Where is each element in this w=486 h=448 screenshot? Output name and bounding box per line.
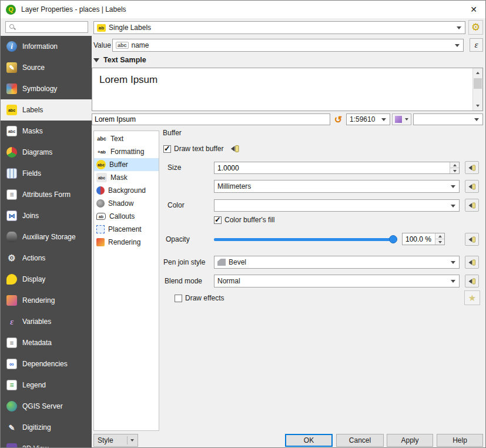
- opacity-slider[interactable]: [214, 235, 397, 243]
- spin-down-icon[interactable]: [435, 239, 444, 245]
- tab-label: Callouts: [109, 212, 135, 220]
- expression-builder-button[interactable]: ε: [470, 38, 483, 52]
- blend-mode-combo[interactable]: Normal: [214, 275, 460, 287]
- reset-sample-button[interactable]: [332, 113, 344, 125]
- labels-icon: [6, 105, 17, 115]
- apply-button[interactable]: Apply: [387, 434, 433, 447]
- tab-callouts[interactable]: Callouts: [94, 210, 159, 223]
- tab-buffer[interactable]: Buffer: [94, 158, 159, 171]
- sidebar-item-attributes-form[interactable]: Attributes Form: [1, 184, 92, 205]
- slider-handle[interactable]: [389, 235, 397, 243]
- opacity-input[interactable]: [403, 233, 434, 245]
- ok-button[interactable]: OK: [285, 434, 333, 447]
- sidebar-item-joins[interactable]: Joins: [1, 205, 92, 226]
- sidebar-item-auxiliary-storage[interactable]: Auxiliary Storage: [1, 226, 92, 248]
- qgis-server-icon: [6, 401, 17, 412]
- spin-up-icon[interactable]: [435, 233, 444, 239]
- value-field-combo[interactable]: abc name: [112, 39, 464, 52]
- buffer-units-combo[interactable]: Millimeters: [214, 180, 460, 193]
- chevron-down-icon: [451, 280, 455, 283]
- label-settings-tabs: Text Formatting Buffer Mask Background S…: [93, 131, 159, 431]
- draw-effects-checkbox[interactable]: [175, 295, 182, 302]
- data-defined-override-button[interactable]: [465, 256, 479, 269]
- data-defined-override-button[interactable]: [465, 161, 479, 174]
- pen-join-style-combo[interactable]: Bevel: [214, 256, 460, 269]
- spin-up-icon[interactable]: [450, 162, 459, 168]
- scroll-down-icon[interactable]: [473, 101, 482, 111]
- tab-placement[interactable]: Placement: [94, 223, 159, 236]
- sidebar-item-information[interactable]: Information: [1, 36, 92, 57]
- chevron-down-icon: [405, 118, 408, 121]
- information-icon: [6, 41, 17, 52]
- sidebar-item-labels[interactable]: Labels: [1, 99, 92, 121]
- close-button[interactable]: ✕: [467, 4, 481, 15]
- sidebar-item-rendering[interactable]: Rendering: [1, 290, 92, 311]
- scrollbar-thumb[interactable]: [474, 78, 482, 89]
- preview-scrollbar[interactable]: [472, 68, 482, 111]
- tab-mask[interactable]: Mask: [94, 171, 159, 184]
- data-defined-icon: [468, 277, 477, 286]
- preview-background-combo[interactable]: [413, 113, 483, 125]
- units-value: Millimeters: [217, 182, 251, 190]
- data-defined-override-button[interactable]: [227, 142, 243, 156]
- sidebar-item-label: QGIS Server: [22, 402, 63, 410]
- set-to-canvas-scale-button[interactable]: [392, 113, 411, 125]
- source-icon: [6, 62, 17, 73]
- sidebar-item-display[interactable]: Display: [1, 269, 92, 290]
- tab-shadow[interactable]: Shadow: [94, 197, 159, 210]
- shadow-tab-icon: [96, 199, 105, 208]
- tab-label: Rendering: [108, 238, 140, 246]
- tab-rendering[interactable]: Rendering: [94, 236, 159, 249]
- color-buffers-fill-checkbox[interactable]: [214, 216, 222, 224]
- sample-text-input[interactable]: [92, 114, 330, 125]
- sidebar-item-digitizing[interactable]: Digitizing: [1, 417, 92, 438]
- style-menu-button[interactable]: Style: [93, 434, 138, 447]
- sidebar-item-qgis-server[interactable]: QGIS Server: [1, 396, 92, 417]
- sidebar-item-diagrams[interactable]: Diagrams: [1, 142, 92, 163]
- sidebar-item-legend[interactable]: Legend: [1, 375, 92, 396]
- sidebar-item-source[interactable]: Source: [1, 57, 92, 78]
- label-mode-value: Single Labels: [109, 24, 151, 32]
- text-sample-title: Text Sample: [103, 56, 146, 64]
- data-defined-override-button[interactable]: [465, 233, 479, 246]
- sidebar-item-variables[interactable]: Variables: [1, 311, 92, 332]
- help-button[interactable]: Help: [437, 434, 483, 447]
- sidebar-item-dependencies[interactable]: Dependencies: [1, 353, 92, 375]
- tab-formatting[interactable]: Formatting: [94, 145, 159, 158]
- tab-background[interactable]: Background: [94, 184, 159, 197]
- data-defined-override-button[interactable]: [465, 180, 479, 193]
- scroll-up-icon[interactable]: [473, 68, 482, 78]
- sidebar-search[interactable]: [5, 21, 88, 33]
- tab-label: Placement: [108, 225, 142, 233]
- data-defined-icon: [468, 182, 477, 191]
- sidebar-item-fields[interactable]: Fields: [1, 163, 92, 184]
- automated-placement-button[interactable]: [468, 20, 483, 35]
- bevel-join-icon: [217, 259, 226, 266]
- chevron-down-icon: [451, 185, 455, 188]
- sidebar-item-label: Attributes Form: [22, 190, 71, 199]
- spin-down-icon[interactable]: [450, 168, 459, 173]
- draw-effects-label: Draw effects: [185, 294, 224, 302]
- data-defined-override-button[interactable]: [465, 199, 479, 212]
- sidebar-item-metadata[interactable]: Metadata: [1, 332, 92, 353]
- sidebar-item-3d-view[interactable]: 3D View: [1, 438, 92, 447]
- text-sample-header[interactable]: Text Sample: [93, 56, 146, 64]
- preview-scale-combo[interactable]: 1:59610: [346, 113, 390, 125]
- data-defined-override-button[interactable]: [465, 275, 479, 287]
- tab-text[interactable]: Text: [94, 132, 159, 145]
- metadata-icon: [6, 337, 17, 348]
- sidebar-item-actions[interactable]: Actions: [1, 248, 92, 269]
- buffer-color-button[interactable]: [214, 199, 460, 212]
- sidebar-item-masks[interactable]: Masks: [1, 121, 92, 142]
- buffer-size-input[interactable]: [214, 162, 449, 173]
- sidebar-item-symbology[interactable]: Symbology: [1, 78, 92, 99]
- label-mode-combo[interactable]: Single Labels: [93, 21, 465, 34]
- sidebar-item-label: Auxiliary Storage: [22, 233, 76, 241]
- draw-text-buffer-checkbox[interactable]: [163, 145, 171, 153]
- qgis-logo-icon: [6, 5, 16, 15]
- customize-effects-button[interactable]: [464, 290, 480, 305]
- text-field-type-icon: abc: [116, 42, 129, 49]
- cancel-button[interactable]: Cancel: [336, 434, 384, 447]
- search-input[interactable]: [16, 23, 81, 31]
- symbology-icon: [6, 83, 17, 94]
